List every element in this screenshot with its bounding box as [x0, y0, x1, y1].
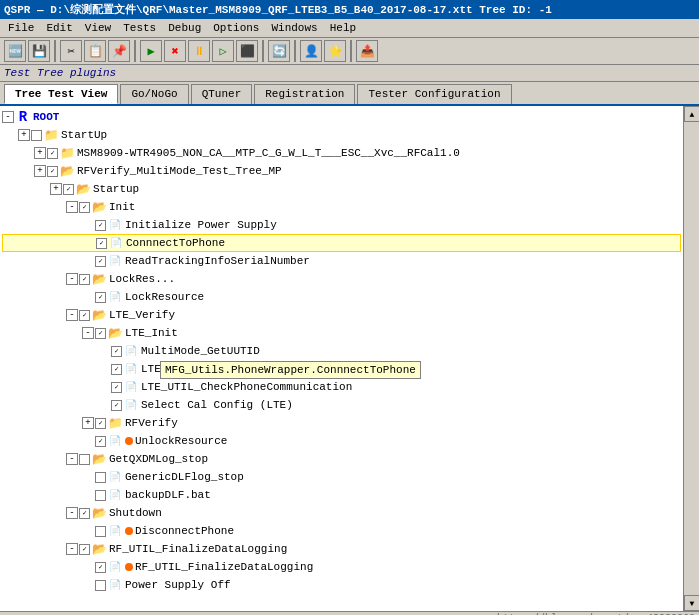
- refresh-btn[interactable]: 🔄: [268, 40, 290, 62]
- expand-btn[interactable]: -: [66, 273, 78, 285]
- tree-icon: 📄: [123, 362, 139, 376]
- tree-row[interactable]: 📄backupDLF.bat: [2, 486, 681, 504]
- scroll-track[interactable]: [684, 122, 699, 595]
- tree-checkbox[interactable]: ✓: [79, 508, 90, 519]
- menu-help[interactable]: Help: [324, 20, 362, 36]
- expand-btn[interactable]: -: [2, 111, 14, 123]
- tree-row[interactable]: -✓📂LTE_Verify: [2, 306, 681, 324]
- tree-checkbox[interactable]: ✓: [111, 364, 122, 375]
- user-btn[interactable]: 👤: [300, 40, 322, 62]
- menu-windows[interactable]: Windows: [265, 20, 323, 36]
- expand-btn[interactable]: -: [82, 327, 94, 339]
- tab-2[interactable]: QTuner: [191, 84, 253, 104]
- scrollbar[interactable]: ▲ ▼: [683, 106, 699, 611]
- expand-btn[interactable]: -: [66, 309, 78, 321]
- tree-row[interactable]: +📁StartUp: [2, 126, 681, 144]
- tree-checkbox[interactable]: ✓: [95, 328, 106, 339]
- tree-checkbox[interactable]: ✓: [79, 310, 90, 321]
- stop-btn[interactable]: ✖: [164, 40, 186, 62]
- tree-row[interactable]: ✓📄RF_UTIL_FinalizeDataLogging: [2, 558, 681, 576]
- tree-row[interactable]: ✓📄MultiMode_GetUUTID: [2, 342, 681, 360]
- tree-row[interactable]: +✓📁MSM8909-WTR4905_NON_CA__MTP_C_G_W_L_T…: [2, 144, 681, 162]
- menu-view[interactable]: View: [79, 20, 117, 36]
- expand-btn[interactable]: -: [66, 201, 78, 213]
- tree-row[interactable]: -✓📂LTE_Init: [2, 324, 681, 342]
- tree-row[interactable]: ✓📄ReadTrackingInfoSerialNumber: [2, 252, 681, 270]
- tree-checkbox[interactable]: [95, 472, 106, 483]
- play-btn[interactable]: ▶: [140, 40, 162, 62]
- copy-btn[interactable]: 📋: [84, 40, 106, 62]
- tree-checkbox[interactable]: ✓: [111, 382, 122, 393]
- tree-row[interactable]: 📄Power Supply Off: [2, 576, 681, 594]
- star-btn[interactable]: ⭐: [324, 40, 346, 62]
- tree-checkbox[interactable]: ✓: [95, 292, 106, 303]
- tree-row[interactable]: +✓📁RFVerify: [2, 414, 681, 432]
- tree-checkbox[interactable]: ✓: [63, 184, 74, 195]
- tree-row[interactable]: -✓📂Shutdown: [2, 504, 681, 522]
- tab-4[interactable]: Tester Configuration: [357, 84, 511, 104]
- menu-file[interactable]: File: [2, 20, 40, 36]
- cut-btn[interactable]: ✂: [60, 40, 82, 62]
- tab-1[interactable]: Go/NoGo: [120, 84, 188, 104]
- scroll-down[interactable]: ▼: [684, 595, 699, 611]
- tree-icon: 📁: [59, 146, 75, 160]
- pause-btn[interactable]: ⏸: [188, 40, 210, 62]
- expand-btn[interactable]: -: [66, 543, 78, 555]
- tree-checkbox[interactable]: ✓: [111, 346, 122, 357]
- menu-tests[interactable]: Tests: [117, 20, 162, 36]
- tree-row[interactable]: -📂GetQXDMLog_stop: [2, 450, 681, 468]
- tree-row[interactable]: ✓📄Select Cal Config (LTE): [2, 396, 681, 414]
- tree-row[interactable]: 📄DisconnectPhone: [2, 522, 681, 540]
- tree-checkbox[interactable]: ✓: [79, 274, 90, 285]
- tree-row[interactable]: ✓📄ConnnectToPhone: [2, 234, 681, 252]
- tab-0[interactable]: Tree Test View: [4, 84, 118, 104]
- tree-row[interactable]: 📄GenericDLFlog_stop: [2, 468, 681, 486]
- tree-checkbox[interactable]: [31, 130, 42, 141]
- tree-row[interactable]: +✓📂Startup: [2, 180, 681, 198]
- play2-btn[interactable]: ▷: [212, 40, 234, 62]
- stop2-btn[interactable]: ⬛: [236, 40, 258, 62]
- export-btn[interactable]: 📤: [356, 40, 378, 62]
- expand-btn[interactable]: +: [18, 129, 30, 141]
- tree-checkbox[interactable]: ✓: [95, 256, 106, 267]
- expand-btn[interactable]: -: [66, 453, 78, 465]
- new-btn[interactable]: 🆕: [4, 40, 26, 62]
- tree-row[interactable]: -✓📂LockRes...: [2, 270, 681, 288]
- tree-checkbox[interactable]: ✓: [79, 202, 90, 213]
- tree-panel[interactable]: -RROOT+📁StartUp+✓📁MSM8909-WTR4905_NON_CA…: [0, 106, 683, 611]
- menu-edit[interactable]: Edit: [40, 20, 78, 36]
- scroll-up[interactable]: ▲: [684, 106, 699, 122]
- tree-row[interactable]: +✓📂RFVerify_MultiMode_Test_Tree_MP: [2, 162, 681, 180]
- expand-btn[interactable]: +: [34, 165, 46, 177]
- paste-btn[interactable]: 📌: [108, 40, 130, 62]
- tree-row[interactable]: -✓📂RF_UTIL_FinalizeDataLogging: [2, 540, 681, 558]
- tree-checkbox[interactable]: ✓: [96, 238, 107, 249]
- tree-checkbox[interactable]: ✓: [47, 166, 58, 177]
- tree-checkbox[interactable]: [79, 454, 90, 465]
- tree-row[interactable]: ✓📄LTE_UTIL_CheckPhoneCommunication: [2, 378, 681, 396]
- tree-checkbox[interactable]: ✓: [95, 220, 106, 231]
- tree-checkbox[interactable]: [95, 490, 106, 501]
- tree-checkbox[interactable]: ✓: [111, 400, 122, 411]
- tree-row[interactable]: -RROOT: [2, 108, 681, 126]
- tab-3[interactable]: Registration: [254, 84, 355, 104]
- tree-row[interactable]: -✓📂Init: [2, 198, 681, 216]
- tree-checkbox[interactable]: [95, 580, 106, 591]
- menu-debug[interactable]: Debug: [162, 20, 207, 36]
- expand-btn[interactable]: +: [82, 417, 94, 429]
- save-btn[interactable]: 💾: [28, 40, 50, 62]
- tree-checkbox[interactable]: [95, 526, 106, 537]
- tree-label: Shutdown: [109, 507, 162, 519]
- menu-options[interactable]: Options: [207, 20, 265, 36]
- tree-row[interactable]: ✓📄Initialize Power Supply: [2, 216, 681, 234]
- tree-row[interactable]: ✓📄LockResource: [2, 288, 681, 306]
- tree-checkbox[interactable]: ✓: [79, 544, 90, 555]
- expand-btn[interactable]: +: [50, 183, 62, 195]
- tree-checkbox[interactable]: ✓: [95, 436, 106, 447]
- tree-row[interactable]: ✓📄UnlockResource: [2, 432, 681, 450]
- expand-btn[interactable]: +: [34, 147, 46, 159]
- expand-btn[interactable]: -: [66, 507, 78, 519]
- tree-checkbox[interactable]: ✓: [95, 562, 106, 573]
- tree-checkbox[interactable]: ✓: [47, 148, 58, 159]
- tree-checkbox[interactable]: ✓: [95, 418, 106, 429]
